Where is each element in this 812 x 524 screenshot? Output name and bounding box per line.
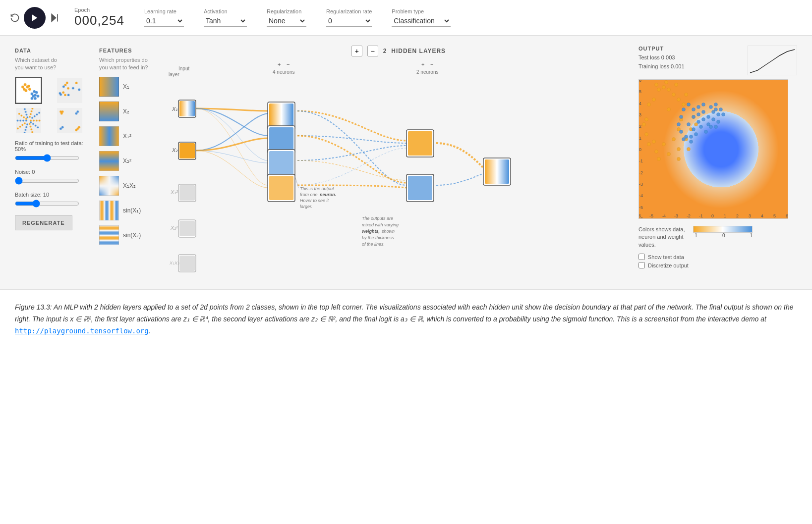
svg-text:−: − [430,61,433,67]
feature-sinx2[interactable]: sin(X₂) [99,225,169,245]
svg-text:+: + [278,61,281,67]
svg-text:−: − [287,61,290,67]
epoch-value: 000,254 [74,13,124,28]
svg-marker-0 [32,14,38,21]
batch-slider[interactable] [15,200,79,208]
test-loss: Test loss 0.003 Training loss 0.001 [638,53,685,71]
main-area: DATA Which dataset do you want to use? R… [0,36,812,289]
activation-group: Activation Tanh ReLU Sigmoid Linear [204,8,247,27]
activation-label: Activation [204,8,247,14]
playback-controls [10,7,59,29]
step-button[interactable] [50,13,59,23]
svg-text:mixed with varying: mixed with varying [362,222,399,227]
conn-x1-n2 [196,108,268,136]
add-layer-button[interactable]: + [351,46,362,56]
color-legend: Colors shows data, neuron and weight val… [638,226,797,249]
data-title: DATA [15,48,31,53]
tensorflow-playground-link[interactable]: http://playground.tensorflow.org [15,327,149,335]
features-desc: Which properties do you want to feed in? [99,56,169,72]
loss-chart [748,46,797,75]
feature-x2sq-thumb [99,151,119,171]
output-panel: OUTPUT Test loss 0.003 Training loss 0.0… [629,46,797,279]
problem-type-select[interactable]: Classification Regression [392,15,451,27]
problem-type-label: Problem type [392,8,451,14]
dataset-grid [15,77,94,134]
color-labels: -1 0 1 [693,233,753,238]
discretize-checkbox[interactable]: Discretize output [638,262,797,268]
show-test-checkbox[interactable]: Show test data [638,254,797,260]
input-x2sq-fill [179,221,195,236]
layer2-neurons-label: 2 neurons [416,69,438,75]
reset-button[interactable] [10,13,20,23]
input-x1-fill [179,101,195,116]
ratio-slider[interactable] [15,154,79,162]
l1n2-fill [269,127,293,152]
dataset-xor[interactable] [56,107,83,134]
svg-marker-1 [52,14,56,21]
batch-param: Batch size: 10 [15,192,94,209]
svg-text:X₂: X₂ [172,147,178,153]
conn-x2-n2 [196,138,268,151]
svg-text:by the thickness: by the thickness [362,235,394,240]
svg-text:X₁: X₁ [172,106,177,112]
remove-layer-button[interactable]: − [367,46,378,56]
output-title: OUTPUT [638,46,685,52]
dataset-spiral[interactable] [15,107,42,134]
svg-text:+: + [421,61,424,67]
feature-x1[interactable]: X₁ [99,77,169,97]
svg-text:Hover to see it: Hover to see it [300,198,329,203]
feature-x1sq[interactable]: X₁² [99,126,169,146]
feature-x1sq-thumb [99,126,119,146]
learning-rate-label: Learning rate [144,8,184,14]
learning-rate-group: Learning rate 0.1 0.03 0.01 0.003 0.001 … [144,8,184,27]
input-x2-fill [179,143,195,158]
feature-x1-thumb [99,77,119,97]
play-button[interactable] [24,7,46,29]
reg-rate-label: Regularization rate [326,8,372,14]
input-x1x2-fill [179,256,195,271]
svg-text:The outputs are: The outputs are [362,216,393,221]
svg-text:X₂²: X₂² [170,225,178,231]
discretize-input[interactable] [638,262,645,268]
figure-caption: Figure 13.3: An MLP with 2 hidden layers… [0,289,812,347]
svg-text:weights,: weights, [362,229,380,234]
svg-text:layer: layer [169,72,179,77]
top-bar: Epoch 000,254 Learning rate 0.1 0.03 0.0… [0,0,812,36]
feature-x2[interactable]: X₂ [99,102,169,121]
feature-x1x2-thumb [99,176,119,196]
network-area: + − 2 HIDDEN LAYERS [169,46,629,279]
network-svg-container: Input layer + − 4 neurons + − 2 neurons [169,61,629,279]
epoch-label: Epoch [74,7,124,13]
learning-rate-select[interactable]: 0.1 0.03 0.01 0.003 0.001 1 3 [144,15,184,27]
l2n2-fill [408,176,432,200]
feature-x2sq[interactable]: X₂² [99,151,169,171]
data-panel: DATA Which dataset do you want to use? R… [15,46,94,279]
regularization-select[interactable]: None L1 L2 [267,15,306,27]
feature-sinx1[interactable]: sin(X₁) [99,201,169,220]
reg-rate-select[interactable]: 0 0.001 0.003 0.01 0.1 1 [326,15,372,27]
conn-l2n1-out [436,143,486,170]
ratio-param: Ratio of training to test data: 50% [15,140,94,163]
regenerate-button[interactable]: REGENERATE [15,215,72,230]
conn-x2-n3 [196,151,268,163]
activation-select[interactable]: Tanh ReLU Sigmoid Linear [204,15,247,27]
svg-text:neuron.: neuron. [320,192,336,197]
show-test-input[interactable] [638,254,645,260]
features-panel: FEATURES Which properties do you want to… [94,46,169,279]
feature-x1x2[interactable]: X₁X₂ [99,176,169,196]
noise-slider[interactable] [15,177,79,185]
svg-line-19 [295,176,298,188]
problem-type-group: Problem type Classification Regression [392,8,451,27]
feature-sinx1-thumb [99,201,119,220]
features-title: FEATURES [99,48,132,53]
epoch-group: Epoch 000,254 [74,7,124,28]
svg-text:of the lines.: of the lines. [362,242,385,247]
dataset-scattered[interactable] [56,77,83,104]
conn-x1-n3 [196,108,268,160]
dataset-circular[interactable] [15,77,42,104]
output-visualization [638,79,788,219]
feature-x2-thumb [99,102,119,121]
svg-text:X₁X₂: X₁X₂ [169,261,179,265]
reg-rate-group: Regularization rate 0 0.001 0.003 0.01 0… [326,8,372,27]
conn-l2n2-out [436,173,486,185]
